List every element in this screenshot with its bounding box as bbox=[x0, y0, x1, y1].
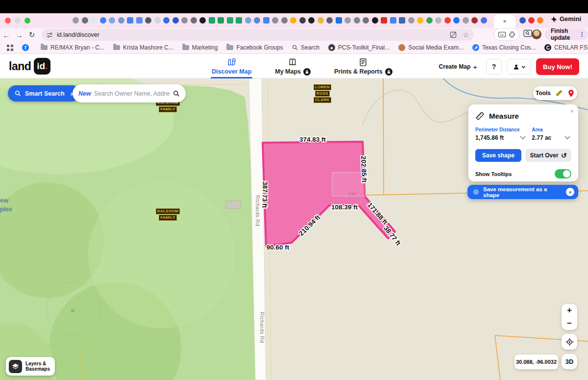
bookmark-search[interactable]: Search bbox=[292, 44, 319, 51]
back-button[interactable]: ← bbox=[0, 31, 13, 39]
perimeter-label: Perimeter Distance bbox=[475, 127, 527, 132]
road-label-richards-rd-2: Richards Rd bbox=[259, 312, 265, 343]
measurement-top: 374.83 ft bbox=[299, 136, 326, 143]
close-icon[interactable]: × bbox=[570, 107, 574, 115]
facebook-icon: f bbox=[22, 44, 29, 51]
apps-grid-icon[interactable] bbox=[7, 45, 13, 51]
tab-my-maps[interactable]: My Maps bbox=[274, 54, 312, 78]
undo-icon: ↺ bbox=[561, 152, 567, 159]
save-measurement-banner[interactable]: Save measurement as a shape × bbox=[467, 185, 578, 199]
road-label-richards-rd: Richards Rd bbox=[255, 195, 261, 226]
layers-icon bbox=[9, 360, 22, 373]
show-tooltips-toggle[interactable] bbox=[555, 169, 571, 178]
bookmark-pcs-toolkit[interactable]: ●PCS-Toolkit_Final... bbox=[328, 44, 390, 51]
search-input[interactable] bbox=[94, 90, 170, 97]
measurement-left: 387.73 ft bbox=[261, 181, 269, 208]
inner-parcel-number: 2799 bbox=[348, 192, 356, 196]
url-text[interactable]: id.land/discover bbox=[57, 31, 99, 38]
extensions-icon[interactable] bbox=[509, 31, 515, 38]
close-window-button[interactable] bbox=[5, 18, 11, 24]
forward-button[interactable]: → bbox=[13, 31, 25, 39]
owner-label-loren-ross-clark[interactable]: LOREN ROSS CLARK bbox=[314, 84, 331, 103]
active-tab[interactable]: × bbox=[494, 15, 515, 28]
cenlar-icon: C bbox=[544, 44, 551, 51]
measurement-bottom: 90.60 ft bbox=[267, 244, 290, 251]
smart-search-button[interactable]: Smart Search › bbox=[8, 85, 80, 101]
tools-button[interactable]: Tools bbox=[533, 86, 577, 100]
reload-button[interactable]: ↻ bbox=[25, 30, 38, 39]
search-icon[interactable] bbox=[173, 90, 180, 97]
zoom-out-button[interactable]: − bbox=[562, 317, 577, 330]
account-menu-button[interactable] bbox=[507, 59, 531, 75]
gemini-star-icon bbox=[551, 16, 557, 22]
window-controls[interactable] bbox=[5, 18, 30, 24]
discover-map-icon bbox=[227, 57, 237, 67]
zoom-in-button[interactable]: + bbox=[562, 304, 577, 317]
bookmark-folder-remax[interactable]: RE/MAX Bryan - C... bbox=[41, 44, 104, 51]
bookmark-star-icon[interactable]: ☆ bbox=[463, 31, 469, 39]
address-bar[interactable]: id.land/discover ☆ bbox=[42, 29, 474, 41]
locate-icon bbox=[565, 338, 574, 346]
tab-discover-map[interactable]: Discover Map bbox=[211, 54, 252, 78]
gemini-button[interactable]: Gemini bbox=[551, 15, 581, 23]
bookmarks-bar: f RE/MAX Bryan - C... Krista Mashore C..… bbox=[0, 42, 588, 54]
help-button[interactable]: ? bbox=[486, 59, 502, 75]
folder-icon bbox=[41, 45, 48, 50]
prints-reports-icon bbox=[358, 57, 368, 67]
folder-icon bbox=[182, 45, 189, 50]
bookmark-folder-facebook-groups[interactable]: Facebook Groups bbox=[226, 44, 283, 51]
coordinates-readout[interactable]: 30.088, -96.0032 bbox=[514, 355, 558, 369]
plus-icon: + bbox=[473, 63, 477, 71]
zoom-controls: + − bbox=[562, 304, 577, 330]
other-tabs[interactable] bbox=[519, 17, 543, 24]
search-tabs-icon[interactable] bbox=[523, 29, 532, 37]
bookmark-cenlar[interactable]: CCENLAR FSB bbox=[544, 44, 588, 51]
save-shape-button[interactable]: Save shape bbox=[475, 149, 521, 162]
pinned-tabs[interactable] bbox=[73, 17, 487, 24]
folder-icon bbox=[113, 45, 120, 50]
map-search-bar[interactable]: New bbox=[73, 84, 186, 102]
3d-view-button[interactable]: 3D bbox=[562, 354, 577, 369]
tab-prints-reports[interactable]: Prints & Reports bbox=[333, 54, 393, 78]
minimize-window-button[interactable] bbox=[15, 18, 21, 24]
map-pin-icon[interactable] bbox=[567, 89, 575, 98]
bookmark-texas-closing[interactable]: ↗Texas Closing Cos... bbox=[472, 44, 536, 51]
bookmark-folder-marketing[interactable]: Marketing bbox=[182, 44, 218, 51]
profile-avatar[interactable] bbox=[532, 29, 541, 39]
area-label: Area bbox=[532, 127, 571, 132]
perimeter-value-dropdown[interactable]: 1,745.86 ft bbox=[475, 134, 527, 141]
finish-update-button[interactable]: Finish update ⋮ bbox=[545, 28, 588, 40]
chevron-down-icon[interactable] bbox=[520, 134, 526, 139]
tab-close-icon[interactable]: × bbox=[503, 18, 506, 25]
measurement-right: 202.85 ft bbox=[360, 156, 368, 183]
bookmark-facebook[interactable]: f bbox=[22, 44, 32, 51]
landid-logo[interactable]: land id. bbox=[9, 58, 50, 75]
create-map-button[interactable]: Create Map+ bbox=[439, 63, 477, 71]
chevron-down-icon[interactable] bbox=[564, 134, 570, 139]
paw-icon bbox=[398, 44, 405, 51]
locate-me-button[interactable] bbox=[562, 334, 577, 350]
ruler-icon[interactable] bbox=[555, 89, 564, 98]
bookmark-folder-krista[interactable]: Krista Mashore C... bbox=[113, 44, 173, 51]
browser-menu-icon[interactable]: ⋮ bbox=[579, 31, 585, 38]
building-footprint bbox=[225, 201, 241, 209]
site-settings-icon[interactable] bbox=[47, 32, 53, 38]
map-viewport[interactable]: 2799 374.83 ft 202.85 ft 387.73 ft 108.3… bbox=[0, 78, 588, 380]
arrow-icon: ↗ bbox=[472, 44, 479, 51]
landid-header: land id. Discover Map My Maps Prints & R… bbox=[0, 54, 588, 78]
layers-basemaps-button[interactable]: Layers &Basemaps bbox=[6, 357, 55, 376]
translate-off-icon[interactable] bbox=[450, 31, 457, 38]
bookmark-social-media[interactable]: Social Media Exam... bbox=[398, 44, 464, 51]
area-value-dropdown[interactable]: 2.77 ac bbox=[532, 134, 571, 141]
idea-icon bbox=[472, 188, 480, 196]
buy-now-button[interactable]: Buy Now! bbox=[536, 58, 579, 75]
new-badge: New bbox=[78, 90, 91, 97]
toolbar-extensions-group[interactable] bbox=[494, 28, 519, 41]
banner-close-icon[interactable]: × bbox=[566, 188, 574, 196]
owner-label-kalsoom-family-2[interactable]: KALSOOM FAMILY bbox=[156, 208, 180, 221]
password-keyboard-icon[interactable] bbox=[498, 32, 506, 37]
globe-icon: ● bbox=[328, 44, 335, 51]
main-nav: Discover Map My Maps Prints & Reports bbox=[211, 54, 393, 78]
start-over-button[interactable]: Start Over ↺ bbox=[525, 149, 571, 162]
zoom-window-button[interactable] bbox=[24, 18, 30, 24]
